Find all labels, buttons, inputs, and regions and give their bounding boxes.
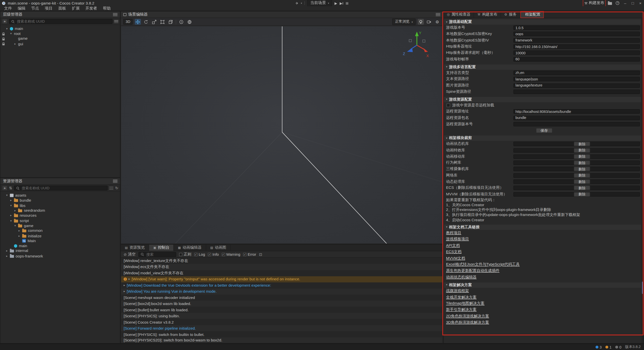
scene-light-toggle-icon[interactable] xyxy=(418,19,424,25)
field-input[interactable] xyxy=(513,38,640,42)
delete-module-button[interactable]: 删除 xyxy=(574,161,590,165)
assets-menu-icon[interactable] xyxy=(113,180,117,183)
info-counter[interactable]: 3 xyxy=(595,345,602,349)
delete-module-button[interactable]: 删除 xyxy=(574,180,590,184)
error-counter[interactable]: 0 xyxy=(615,345,622,349)
regex-toggle[interactable]: 正则 xyxy=(179,252,191,257)
doc-link[interactable]: 教程项目 xyxy=(446,230,461,236)
assets-search-input[interactable] xyxy=(21,186,106,191)
minimize-button[interactable]: – xyxy=(623,1,627,5)
scene-camera-icon[interactable] xyxy=(426,19,432,25)
inspector-tab[interactable]: ⚒ 构建发布 xyxy=(474,12,501,18)
field-input[interactable] xyxy=(513,32,640,36)
scale-tool-icon[interactable] xyxy=(151,19,157,25)
doc-link[interactable]: 动画状态机编辑器 xyxy=(446,275,476,280)
console-search-input[interactable] xyxy=(145,252,174,257)
log-filter-toggle[interactable]: Info xyxy=(208,252,219,256)
expand-chevron-icon[interactable]: ▸ xyxy=(124,284,125,287)
tree-node[interactable]: root xyxy=(1,31,120,36)
save-button[interactable]: 保存 xyxy=(536,128,552,133)
move-tool-icon[interactable] xyxy=(135,19,141,25)
delete-module-button[interactable]: 删除 xyxy=(574,173,590,178)
delete-module-button[interactable]: 删除 xyxy=(574,148,590,153)
tree-node[interactable]: bundle xyxy=(1,198,120,203)
lock-icon[interactable] xyxy=(2,37,5,41)
close-button[interactable]: × xyxy=(638,1,642,5)
field-input[interactable] xyxy=(513,116,640,120)
console-search[interactable] xyxy=(138,252,176,257)
log-row[interactable]: ! ▸ [Scene] [box2d]:box2d wasm lib loade… xyxy=(121,301,442,307)
expand-arrow-icon[interactable] xyxy=(6,27,10,30)
assets-search[interactable] xyxy=(14,186,108,191)
tree-node[interactable]: TS Main xyxy=(1,238,120,243)
field-input[interactable] xyxy=(513,25,640,30)
sort-assets-icon[interactable]: ⇅ xyxy=(9,186,12,190)
pivot-toggle-icon[interactable] xyxy=(178,19,184,25)
scene-settings-gear-icon[interactable]: ⚙ xyxy=(434,19,440,25)
menu-item[interactable]: 项目 xyxy=(42,6,56,11)
log-filter-toggle[interactable]: Log xyxy=(194,252,205,256)
log-row[interactable]: ! ▸ [Scene] [PHYSICS]: using builtin. xyxy=(121,313,442,319)
filter-checkbox[interactable] xyxy=(208,253,211,256)
field-input[interactable] xyxy=(513,122,640,126)
create-asset-button[interactable]: + xyxy=(2,186,7,191)
field-input[interactable] xyxy=(513,109,640,114)
tree-node[interactable]: main xyxy=(1,26,120,31)
scene-viewport[interactable]: Y X Z xyxy=(121,26,442,243)
tree-node[interactable]: common xyxy=(1,228,120,233)
menu-item[interactable]: 开发者 xyxy=(83,6,100,11)
console-tab[interactable]: ▤ 资源预览 xyxy=(121,245,149,251)
project-folder-icon[interactable] xyxy=(608,2,612,5)
hierarchy-search[interactable] xyxy=(9,19,112,24)
menu-item[interactable]: 帮助 xyxy=(100,6,114,11)
delete-module-button[interactable]: 删除 xyxy=(574,186,590,190)
view-mode-select[interactable]: 正常浏览 ▾ xyxy=(392,18,416,25)
section-header-solutions[interactable]: ▾ 框架解决方案 xyxy=(444,282,641,288)
expand-arrow-icon[interactable] xyxy=(6,249,10,253)
maximize-button[interactable]: □ xyxy=(631,1,635,5)
doc-link[interactable]: 新手引导解决方案 xyxy=(446,307,476,313)
inspector-scrollbar[interactable] xyxy=(641,18,643,343)
doc-link[interactable]: Excel格式转Json文件与TypeScript代码工具 xyxy=(446,262,520,267)
console-tab[interactable]: ▧ 动画图 xyxy=(206,245,231,251)
expand-chevron-icon[interactable]: ▸ xyxy=(129,278,130,281)
expand-arrow-icon[interactable] xyxy=(14,42,18,46)
assets-filter-icon[interactable] xyxy=(109,187,113,189)
expand-arrow-icon[interactable] xyxy=(10,32,14,35)
lock-icon[interactable] xyxy=(2,32,5,36)
field-input[interactable] xyxy=(513,44,640,49)
expand-arrow-icon[interactable] xyxy=(14,224,18,227)
expand-arrow-icon[interactable] xyxy=(6,254,10,258)
field-input[interactable] xyxy=(513,57,640,61)
log-row[interactable]: ! ▸ [Scene] [bullet]:bullet wasm lib loa… xyxy=(121,307,442,313)
field-input[interactable] xyxy=(513,77,640,81)
doc-link[interactable]: ECS文档 xyxy=(446,249,462,254)
expand-arrow-icon[interactable] xyxy=(10,214,14,217)
expand-arrow-icon[interactable] xyxy=(10,219,14,222)
expand-chevron-icon[interactable]: ▸ xyxy=(124,290,125,293)
console-tab[interactable]: ▦ 动画编辑器 xyxy=(174,245,206,251)
section-header-basic[interactable]: ▾ 游戏基础配置 xyxy=(444,19,641,25)
log-row[interactable]: ! ▸ [Window] Download the Vue Devtools e… xyxy=(121,282,442,288)
expand-arrow-icon[interactable] xyxy=(10,204,14,207)
tree-node[interactable]: main xyxy=(1,243,120,248)
warning-counter[interactable]: 1 xyxy=(605,345,612,349)
field-input[interactable] xyxy=(513,51,640,55)
tree-node[interactable]: oops-framework xyxy=(1,253,120,258)
log-row[interactable]: ! ▸ [Scene] [PHYSICS2D]: switch from box… xyxy=(121,337,442,343)
log-filter-toggle[interactable]: Warning xyxy=(222,252,240,256)
expand-arrow-icon[interactable] xyxy=(18,234,22,237)
transform-gizmo-icon[interactable] xyxy=(168,19,174,25)
inspector-tab[interactable]: ◎ 属性检查器 xyxy=(444,12,474,18)
coordinate-toggle-icon[interactable] xyxy=(187,19,193,25)
tree-node[interactable]: game xyxy=(1,223,120,228)
menu-item[interactable]: 节点 xyxy=(28,6,42,11)
field-input[interactable] xyxy=(513,71,640,75)
section-header-docs[interactable]: ▾ 框架文档工具链接 xyxy=(444,225,641,230)
tree-node[interactable]: script xyxy=(1,218,120,223)
log-row[interactable]: ! ▸ [Window] You are running Vue in deve… xyxy=(121,288,442,294)
regex-checkbox[interactable] xyxy=(179,253,182,256)
delete-module-button[interactable]: 删除 xyxy=(574,154,590,159)
expand-arrow-icon[interactable] xyxy=(6,194,10,197)
expand-arrow-icon[interactable] xyxy=(10,199,14,202)
